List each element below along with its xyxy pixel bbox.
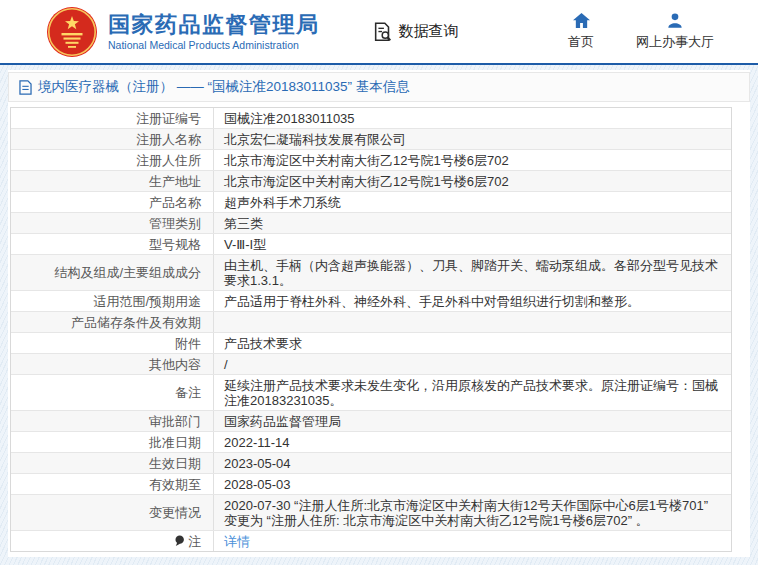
table-row: 产品名称 超声外科手术刀系统	[11, 192, 731, 213]
table-row: 生效日期 2023-05-04	[11, 453, 731, 474]
table-row: 有效期至 2028-05-03	[11, 474, 731, 495]
table-row: 备注 延续注册产品技术要求未发生变化，沿用原核发的产品技术要求。原注册证编号：国…	[11, 375, 731, 411]
row-label-text: 生产地址	[149, 174, 201, 189]
content-panel: 境内医疗器械（注册） —— “国械注准20183011035” 基本信息 注册证…	[8, 70, 750, 557]
row-label-text: 备注	[175, 385, 201, 400]
row-label-text: 批准日期	[149, 435, 201, 450]
home-icon	[573, 13, 590, 28]
table-row: 审批部门 国家药品监督管理局	[11, 411, 731, 432]
table-row: 变更情况 2020-07-30 “注册人住所:北京市海淀区中关村南大街12号天作…	[11, 495, 731, 531]
row-label-text: 有效期至	[149, 477, 201, 492]
row-label-text: 注册证编号	[136, 111, 201, 126]
row-value: 2023-05-04	[214, 453, 731, 473]
doc-search-icon	[372, 21, 394, 43]
data-query-label: 数据查询	[399, 22, 459, 41]
row-label-text: 注册人名称	[136, 132, 201, 147]
row-label-text: 生效日期	[149, 456, 201, 471]
row-value: 详情	[214, 531, 731, 551]
row-value	[214, 312, 731, 332]
breadcrumb: 境内医疗器械（注册） —— “国械注准20183011035” 基本信息	[8, 72, 750, 102]
row-value: 北京市海淀区中关村南大街乙12号院1号楼6层702	[214, 150, 731, 170]
row-value: 2022-11-14	[214, 432, 731, 452]
site-logo: 国家药品监督管理局 National Medical Products Admi…	[46, 6, 320, 58]
org-title-en: National Medical Products Administration	[108, 38, 320, 52]
national-emblem-icon	[46, 6, 98, 58]
row-value: 2028-05-03	[214, 474, 731, 494]
row-label: 审批部门	[11, 411, 214, 431]
row-label: 有效期至	[11, 474, 214, 494]
breadcrumb-text: 境内医疗器械（注册） —— “国械注准20183011035” 基本信息	[38, 78, 410, 96]
row-label: 适用范围/预期用途	[11, 291, 214, 311]
row-label-text: 产品名称	[149, 195, 201, 210]
row-value: 2020-07-30 “注册人住所:北京市海淀区中关村南大街12号天作国际中心6…	[214, 495, 731, 530]
detail-link[interactable]: 详情	[224, 534, 250, 549]
row-label: 注册人住所	[11, 150, 214, 170]
row-value: 延续注册产品技术要求未发生变化，沿用原核发的产品技术要求。原注册证编号：国械注准…	[214, 375, 731, 410]
row-value: 产品适用于脊柱外科、神经外科、手足外科中对骨组织进行切割和整形。	[214, 291, 731, 311]
table-row: 批准日期 2022-11-14	[11, 432, 731, 453]
row-label: 生效日期	[11, 453, 214, 473]
table-row: 注册证编号 国械注准20183011035	[11, 108, 731, 129]
table-row: 生产地址 北京市海淀区中关村南大街乙12号院1号楼6层702	[11, 171, 731, 192]
row-label: 注	[11, 531, 214, 551]
row-label: 附件	[11, 333, 214, 353]
row-label-text: 产品储存条件及有效期	[71, 315, 201, 330]
row-label-text: 管理类别	[149, 216, 201, 231]
row-value: 北京宏仁凝瑞科技发展有限公司	[214, 129, 731, 149]
row-label: 管理类别	[11, 213, 214, 233]
page-background: 境内医疗器械（注册） —— “国械注准20183011035” 基本信息 注册证…	[0, 65, 758, 565]
row-value: 产品技术要求	[214, 333, 731, 353]
site-header: 国家药品监督管理局 National Medical Products Admi…	[0, 0, 758, 63]
person-icon	[667, 13, 683, 28]
row-label: 注册人名称	[11, 129, 214, 149]
row-label: 其他内容	[11, 354, 214, 374]
row-value: /	[214, 354, 731, 374]
row-label: 产品名称	[11, 192, 214, 212]
table-row: 管理类别 第三类	[11, 213, 731, 234]
row-label-text: 审批部门	[149, 414, 201, 429]
row-value: 国家药品监督管理局	[214, 411, 731, 431]
row-label-text: 适用范围/预期用途	[93, 294, 201, 309]
data-query-tab[interactable]: 数据查询	[372, 21, 459, 43]
row-label: 产品储存条件及有效期	[11, 312, 214, 332]
table-row: 适用范围/预期用途 产品适用于脊柱外科、神经外科、手足外科中对骨组织进行切割和整…	[11, 291, 731, 312]
row-label: 生产地址	[11, 171, 214, 191]
row-label-text: 注	[188, 534, 201, 549]
row-value: 超声外科手术刀系统	[214, 192, 731, 212]
row-label: 结构及组成/主要组成成分	[11, 255, 214, 290]
nav-home-label: 首页	[568, 33, 594, 51]
table-row: 注册人住所 北京市海淀区中关村南大街乙12号院1号楼6层702	[11, 150, 731, 171]
row-value: V-Ⅲ-I型	[214, 234, 731, 254]
table-row: 附件 产品技术要求	[11, 333, 731, 354]
table-row: 型号规格 V-Ⅲ-I型	[11, 234, 731, 255]
nav-service-hall-label: 网上办事大厅	[636, 33, 714, 51]
row-value: 由主机、手柄（内含超声换能器）、刀具、脚踏开关、蠕动泵组成。各部分型号见技术要求…	[214, 255, 731, 290]
table-row: 注册人名称 北京宏仁凝瑞科技发展有限公司	[11, 129, 731, 150]
row-value: 北京市海淀区中关村南大街乙12号院1号楼6层702	[214, 171, 731, 191]
table-row: 其他内容 /	[11, 354, 731, 375]
row-label: 备注	[11, 375, 214, 410]
table-row: 结构及组成/主要组成成分 由主机、手柄（内含超声换能器）、刀具、脚踏开关、蠕动泵…	[11, 255, 731, 291]
row-label: 注册证编号	[11, 108, 214, 128]
row-label-text: 附件	[175, 336, 201, 351]
row-label-text: 变更情况	[149, 505, 201, 520]
row-label: 变更情况	[11, 495, 214, 530]
row-label: 型号规格	[11, 234, 214, 254]
org-title-cn: 国家药品监督管理局	[108, 12, 320, 38]
nav-home[interactable]: 首页	[568, 13, 594, 51]
row-label: 批准日期	[11, 432, 214, 452]
table-row: 产品储存条件及有效期	[11, 312, 731, 333]
row-value: 国械注准20183011035	[214, 108, 731, 128]
row-label-text: 结构及组成/主要组成成分	[54, 265, 201, 280]
row-value: 第三类	[214, 213, 731, 233]
note-balloon-icon	[174, 535, 185, 547]
row-label-text: 注册人住所	[136, 153, 201, 168]
registration-info-table: 注册证编号 国械注准20183011035 注册人名称 北京宏仁凝瑞科技发展有限…	[10, 107, 732, 552]
row-label-text: 型号规格	[149, 237, 201, 252]
table-row: 注 详情	[11, 531, 731, 551]
nav-service-hall[interactable]: 网上办事大厅	[636, 13, 714, 51]
row-label-text: 其他内容	[149, 357, 201, 372]
document-icon	[19, 80, 32, 95]
